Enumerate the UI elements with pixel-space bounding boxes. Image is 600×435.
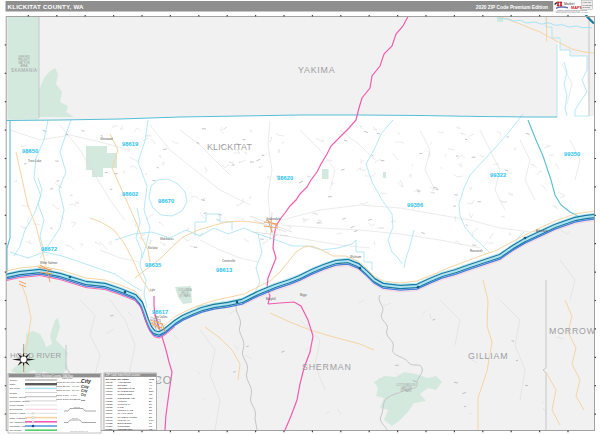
svg-text:Cities 50,000 and Above: Cities 50,000 and Above	[56, 381, 83, 384]
svg-text:ST PARK: ST PARK	[180, 294, 191, 298]
svg-text:County: County	[10, 379, 19, 382]
svg-text:26.8 mi: 26.8 mi	[74, 406, 80, 408]
svg-text:Trout Lake: Trout Lake	[28, 159, 42, 163]
svg-text:Toll Roads: Toll Roads	[10, 429, 22, 432]
svg-text:Klickitat: Klickitat	[148, 246, 158, 250]
svg-text:Copyright MarketMAPS: Copyright MarketMAPS	[70, 430, 89, 432]
svg-text:US Highways: US Highways	[10, 421, 26, 424]
svg-text:White Salmon: White Salmon	[40, 261, 58, 265]
svg-text:Lyle: Lyle	[150, 288, 155, 292]
svg-text:98635: 98635	[145, 262, 162, 268]
svg-text:Secondary Roads: Secondary Roads	[10, 400, 31, 403]
svg-text:98613: 98613	[216, 267, 233, 273]
svg-text:Exit Ramps: Exit Ramps	[10, 408, 24, 411]
svg-text:Alderdale: Alderdale	[536, 229, 548, 233]
svg-text:99350: 99350	[564, 151, 580, 157]
svg-text:ZIP Code: ZIP Code	[10, 387, 21, 390]
svg-text:18.6 mi: 18.6 mi	[72, 417, 78, 419]
svg-text:Cities 25,000 - 49,999: Cities 25,000 - 49,999	[56, 385, 80, 388]
svg-text:99322: 99322	[490, 172, 506, 178]
svg-text:GILLIAM: GILLIAM	[468, 351, 508, 361]
svg-text:Primary Roads: Primary Roads	[10, 396, 27, 399]
svg-text:KLICKITAT COUNTY, WA: KLICKITAT COUNTY, WA	[8, 3, 85, 10]
svg-text:98602: 98602	[122, 191, 138, 197]
svg-text:DVD-CD: DVD-CD	[583, 6, 591, 8]
svg-text:Maryhill: Maryhill	[266, 297, 276, 301]
svg-text:99356: 99356	[407, 202, 424, 208]
svg-text:www.MarketMAPS.com 1-888-434: www.MarketMAPS.com 1-888-434-6277	[556, 11, 588, 13]
svg-text:Glenwood: Glenwood	[100, 137, 113, 141]
svg-text:The Dalles: The Dalles	[154, 315, 168, 319]
svg-text:MORROW: MORROW	[549, 326, 596, 336]
svg-text:Cities 10,000 - 24,999: Cities 10,000 - 24,999	[56, 389, 80, 392]
svg-text:City: City	[81, 393, 86, 397]
svg-text:Centerville: Centerville	[222, 259, 236, 263]
svg-text:SHERMAN: SHERMAN	[302, 362, 352, 372]
svg-text:City: City	[81, 389, 89, 393]
svg-text:98670: 98670	[158, 198, 174, 204]
svg-text:99356: 99356	[106, 428, 114, 431]
svg-text:Wishram: Wishram	[350, 255, 362, 259]
svg-text:State: State	[10, 383, 16, 386]
svg-text:98650: 98650	[22, 148, 38, 154]
svg-text:ST PARK: ST PARK	[401, 389, 412, 393]
svg-text:HOOD RIVER: HOOD RIVER	[10, 351, 62, 360]
svg-text:98620: 98620	[277, 175, 293, 181]
svg-text:98619: 98619	[122, 141, 139, 147]
svg-text:AREA: AREA	[20, 64, 27, 68]
svg-text:SKAMANIA: SKAMANIA	[11, 68, 37, 73]
svg-text:2020 ZIP Code Premium Edition: 2020 ZIP Code Premium Edition	[476, 5, 548, 10]
svg-text:Place Type: Place Type	[62, 377, 74, 379]
svg-text:Cities 5,000 - 9,999: Cities 5,000 - 9,999	[56, 394, 77, 397]
svg-text:Cities 2,500 and Below: Cities 2,500 and Below	[56, 398, 81, 401]
svg-text:ROOSEVELT: ROOSEVELT	[118, 428, 134, 431]
svg-text:Roads: Roads	[10, 392, 18, 395]
svg-text:Wahkiacus: Wahkiacus	[160, 237, 174, 241]
svg-text:KLICKITAT: KLICKITAT	[207, 142, 252, 152]
svg-text:98672: 98672	[41, 246, 57, 252]
svg-text:Roosevelt: Roosevelt	[470, 249, 483, 253]
svg-text:Biggs: Biggs	[300, 293, 308, 297]
svg-text:Goldendale: Goldendale	[266, 217, 281, 221]
svg-text:State Highways: State Highways	[10, 417, 28, 420]
svg-text:Minor Roads: Minor Roads	[10, 404, 25, 407]
svg-text:YAKIMA: YAKIMA	[298, 65, 335, 75]
